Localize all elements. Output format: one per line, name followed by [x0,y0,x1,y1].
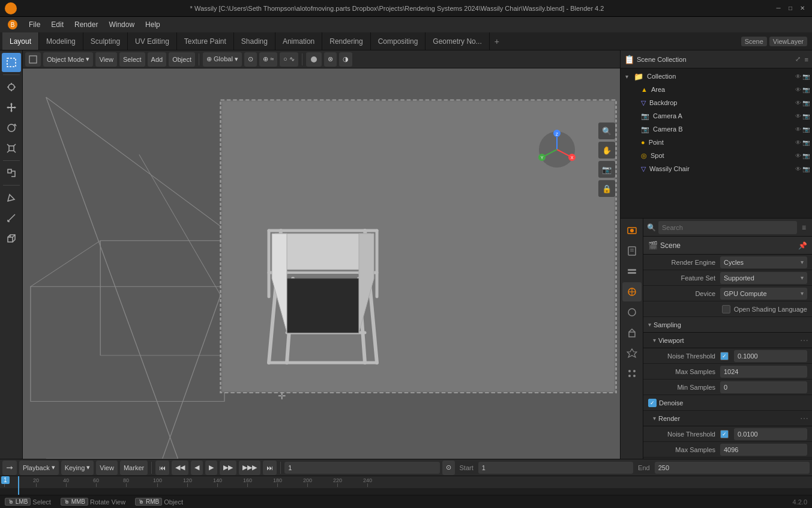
pivot-button[interactable]: ⊙ [244,52,257,67]
transform-tool-button[interactable] [2,163,21,183]
menu-help[interactable]: Help [140,19,165,30]
tab-sculpting[interactable]: Sculpting [83,32,128,50]
props-search-input[interactable] [658,221,797,234]
annotate-tool-button[interactable] [2,188,21,207]
add-cube-button[interactable] [2,229,21,248]
restrict-view-icon[interactable]: 👁 [795,73,801,80]
restrict-render-icon[interactable]: 📷 [802,73,810,80]
props-tab-render[interactable] [622,221,642,240]
tab-uv-editing[interactable]: UV Editing [128,32,177,50]
spot-render-icon[interactable]: 📷 [802,153,810,159]
pan-button[interactable]: ✋ [598,142,615,159]
outliner-sync-icon[interactable]: ⤢ [793,55,802,63]
measure-tool-button[interactable] [2,208,21,228]
menu-window[interactable]: Window [104,19,139,30]
viewlayer-selector[interactable]: ViewLayer [769,37,807,46]
props-tab-modifier[interactable] [622,343,642,363]
frame-start-input[interactable]: 1 [478,462,633,474]
vp-denoise-row[interactable]: ✓ Denoise [643,395,812,411]
xray-button[interactable]: ◑ [339,52,352,67]
props-tab-scene[interactable] [622,282,642,301]
rotate-tool-button[interactable] [2,118,21,138]
minimize-button[interactable]: ─ [774,4,783,13]
menu-edit[interactable]: Edit [46,19,68,30]
add-workspace-button[interactable]: + [490,32,504,50]
playback-menu-button[interactable]: Playback ▾ [19,461,59,475]
move-tool-button[interactable] [2,98,21,117]
timeline-playhead[interactable] [18,476,19,495]
viewport-shading-button[interactable] [306,52,322,67]
camera-b-render-icon[interactable]: 📷 [802,126,810,133]
camera-b-view-icon[interactable]: 👁 [795,126,801,133]
transform-global-button[interactable]: ⊕ Global ▾ [203,52,242,67]
outliner-row-camera-b[interactable]: 📷 Camera B 👁 📷 [621,122,812,136]
prev-frame-button[interactable]: ◀ [191,461,203,475]
view-menu-timeline-button[interactable]: View [96,461,118,475]
device-dropdown[interactable]: GPU Compute ▾ [720,288,807,300]
select-tool-button[interactable] [2,53,21,72]
camera-view-button[interactable]: 📷 [598,161,615,178]
viewport-canvas[interactable]: Camera Perspective (1) Scene Collection … [23,68,620,459]
lock-camera-button[interactable]: 🔒 [598,180,615,197]
editor-type-button[interactable] [25,52,41,67]
tab-shading[interactable]: Shading [234,32,275,50]
jump-start-button[interactable]: ⏮ [155,461,169,475]
object-menu-button[interactable]: Object [169,52,195,67]
keying-menu-button[interactable]: Keying ▾ [61,461,94,475]
sampling-section-header[interactable]: ▾ Sampling [643,317,812,333]
point-render-icon[interactable]: 📷 [802,139,810,146]
outliner-row-backdrop[interactable]: ▽ Backdrop 👁 📷 [621,96,812,109]
props-tab-world[interactable] [622,303,642,322]
tab-texture-paint[interactable]: Texture Paint [177,32,234,50]
backdrop-view-icon[interactable]: 👁 [795,100,801,106]
props-tab-object[interactable] [622,323,642,342]
outliner-filter-icon[interactable]: ≡ [805,56,808,63]
tab-geometry-nodes[interactable]: Geometry No... [426,32,489,50]
current-frame-input[interactable]: 1 [284,462,439,474]
view-menu-button[interactable]: View [95,52,117,67]
chair-view-icon[interactable]: 👁 [795,166,801,172]
render-noise-threshold-checkbox[interactable] [720,430,729,438]
props-filter-icon[interactable]: ≡ [799,223,808,232]
timeline-content[interactable]: 1 20 40 60 80 100 120 140 [0,476,812,495]
object-mode-button[interactable]: Object Mode ▾ [43,52,93,67]
scale-tool-button[interactable] [2,139,21,158]
collection-arrow[interactable]: ▾ [623,73,630,80]
render-options-icon[interactable]: ⋯ [800,414,807,423]
tab-layout[interactable]: Layout [2,32,39,50]
props-tab-particles[interactable] [622,364,642,383]
render-noise-threshold-value[interactable]: 0.0100 [734,428,807,440]
outliner-row-point[interactable]: ● Point 👁 📷 [621,136,812,149]
proportional-button[interactable]: ○ ∿ [280,52,298,67]
outliner-row-area[interactable]: ▲ Area 👁 📷 [621,83,812,96]
tab-rendering[interactable]: Rendering [322,32,370,50]
spot-view-icon[interactable]: 👁 [795,153,801,159]
vp-denoise-checkbox[interactable]: ✓ [648,399,657,407]
props-tab-view-layer[interactable] [622,262,642,281]
jump-end-button[interactable]: ⏭ [263,461,277,475]
point-view-icon[interactable]: 👁 [795,139,801,146]
menu-blender[interactable]: B [2,18,23,31]
viewport-options-icon[interactable]: ⋯ [800,336,807,345]
next-frame-button[interactable]: ▶▶ [220,461,236,475]
render-max-samples-value[interactable]: 4096 [720,444,807,456]
open-shading-checkbox[interactable] [722,305,730,313]
prev-keyframe-button[interactable]: ◀◀ [172,461,188,475]
render-subsection-header[interactable]: ▾ Render ⋯ [643,411,812,426]
outliner-row-wassily-chair[interactable]: ▽ Wassily Chair 👁 📷 [621,162,812,175]
scene-pin-icon[interactable]: 📌 [798,241,807,250]
snapping-button[interactable]: ⊕ ≈ [259,52,277,67]
backdrop-render-icon[interactable]: 📷 [802,100,810,106]
render-engine-dropdown[interactable]: Cycles ▾ [720,256,807,268]
outliner-row-spot[interactable]: ◎ Spot 👁 📷 [621,149,812,162]
menu-file[interactable]: File [24,19,45,30]
cursor-tool-button[interactable] [2,77,21,97]
jump-to-keyframe-button[interactable]: ⊙ [442,461,455,475]
props-tab-output[interactable] [622,241,642,261]
camera-a-render-icon[interactable]: 📷 [802,113,810,119]
add-menu-button[interactable]: Add [148,52,167,67]
frame-end-input[interactable]: 250 [655,462,810,474]
area-view-icon[interactable]: 👁 [795,86,801,93]
outliner-row-camera-a[interactable]: 📷 Camera A 👁 📷 [621,109,812,122]
tab-animation[interactable]: Animation [275,32,322,50]
